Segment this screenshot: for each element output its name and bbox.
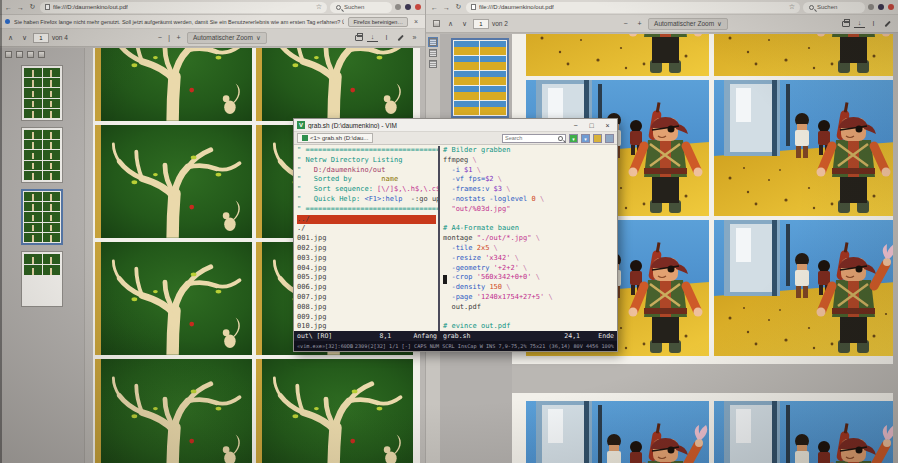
- url-bar[interactable]: file:///D:/daumenkino/out.pdf ☆: [466, 2, 800, 13]
- shield-icon[interactable]: [868, 4, 874, 10]
- shield-icon[interactable]: [395, 4, 401, 10]
- print-icon[interactable]: [840, 18, 851, 29]
- page-up-icon[interactable]: ∧: [445, 18, 456, 29]
- zoom-out-icon[interactable]: −: [620, 18, 631, 29]
- page-thumbnail[interactable]: [21, 127, 63, 183]
- vim-line: 002.jpg: [297, 244, 438, 254]
- page-down-icon[interactable]: ∨: [459, 18, 470, 29]
- vim-line: 003.jpg: [297, 254, 438, 264]
- page-thumbnail[interactable]: [21, 189, 63, 245]
- print-icon[interactable]: [353, 32, 364, 43]
- vim-line: -density 150 \: [443, 283, 617, 293]
- thumb-cell: [480, 56, 506, 70]
- url-bar[interactable]: file:///D:/daumenkino/out.pdf ☆: [40, 2, 327, 13]
- forward-icon[interactable]: →: [442, 4, 451, 11]
- thumbnail-image: [24, 130, 60, 180]
- extension-icon[interactable]: [405, 4, 411, 10]
- vim-line: -frames:v $3 \: [443, 185, 617, 195]
- firefox-cleanup-button[interactable]: Firefox bereinigen…: [348, 17, 408, 27]
- page-thumbnail[interactable]: [21, 251, 63, 307]
- thumbnails-view-icon[interactable]: [429, 38, 437, 46]
- text-tool-icon[interactable]: I: [381, 32, 392, 43]
- conemu-search-input[interactable]: [505, 135, 556, 141]
- vim-editor-area[interactable]: " ======================================…: [294, 146, 617, 331]
- outline-view-icon[interactable]: [16, 51, 23, 58]
- vim-window: V grab.sh (D:\daumenkino) - VIM − □ × <1…: [293, 118, 618, 352]
- thumb-cell: [24, 88, 42, 97]
- page-number-input[interactable]: [473, 19, 489, 29]
- pdf-grid-row: [526, 401, 893, 463]
- tree-illustration: [100, 138, 250, 238]
- reload-icon[interactable]: ↻: [454, 3, 463, 11]
- zoom-in-icon[interactable]: +: [634, 18, 645, 29]
- conemu-search-box[interactable]: [502, 134, 566, 143]
- tab-label: <1> grab.sh (D:\dau...: [310, 135, 368, 141]
- attachments-view-icon[interactable]: [27, 51, 34, 58]
- zoom-in-icon[interactable]: +: [173, 32, 184, 43]
- search-field[interactable]: Suchen: [330, 2, 392, 13]
- text-tool-icon[interactable]: I: [868, 18, 879, 29]
- thumbnails-view-icon[interactable]: [5, 51, 12, 58]
- search-field[interactable]: Suchen: [803, 2, 865, 13]
- attachments-view-icon[interactable]: [429, 60, 437, 68]
- adblock-icon[interactable]: [415, 4, 421, 10]
- zoom-select[interactable]: Automatischer Zoom ∨: [187, 32, 267, 44]
- outline-view-icon[interactable]: [429, 49, 437, 57]
- zoom-out-icon[interactable]: −: [154, 32, 165, 43]
- draw-tool-icon[interactable]: [882, 18, 893, 29]
- maximize-button[interactable]: □: [585, 122, 598, 129]
- chevron-down-icon: ∨: [256, 34, 261, 42]
- tree-illustration: [100, 48, 250, 121]
- thumb-cell: [43, 88, 61, 97]
- back-icon[interactable]: ←: [430, 4, 439, 11]
- vim-line: " Sort sequence: [\/]$,\.h$,\.c$: [297, 185, 438, 195]
- new-console-button[interactable]: ▾: [569, 134, 578, 143]
- download-icon[interactable]: ↓: [854, 20, 865, 28]
- notification-text: Sie haben Firefox lange nicht mehr genut…: [14, 19, 344, 25]
- adblock-icon[interactable]: [888, 4, 894, 10]
- thumb-cell: [24, 192, 42, 201]
- script-pane[interactable]: # Bilder grabbenffmpeg \ -i $1 \ -vf fps…: [440, 146, 617, 331]
- bookmark-star-icon[interactable]: ☆: [789, 3, 795, 11]
- settings-button[interactable]: [605, 134, 614, 143]
- thumb-cell: [480, 41, 506, 55]
- tree-illustration: [100, 255, 250, 355]
- reload-icon[interactable]: ↻: [28, 3, 37, 11]
- vim-line: 005.jpg: [297, 273, 438, 283]
- page-up-icon[interactable]: ∧: [5, 32, 16, 43]
- page-number-input[interactable]: [33, 33, 49, 43]
- vim-line: -page '1240x1754+27+5' \: [443, 293, 617, 303]
- conemu-statusbar: «vim.exe»[32]:60DB 2309(2[32] 1/1 [-] CA…: [294, 341, 617, 351]
- thumb-cell: [480, 101, 506, 115]
- layers-view-icon[interactable]: [38, 51, 45, 58]
- tab-grab-sh[interactable]: <1> grab.sh (D:\dau...: [297, 133, 373, 143]
- page-down-icon[interactable]: ∨: [19, 32, 30, 43]
- forward-icon[interactable]: →: [16, 4, 25, 11]
- sidebar-toggle-icon[interactable]: [431, 18, 442, 29]
- lock-button[interactable]: [593, 134, 602, 143]
- page-thumbnail[interactable]: [21, 65, 63, 121]
- vim-line: -vf fps=$2 \: [443, 175, 617, 185]
- draw-tool-icon[interactable]: [395, 32, 406, 43]
- playmobil-photo: [714, 401, 893, 463]
- netrw-pane[interactable]: " ======================================…: [294, 146, 438, 331]
- download-icon[interactable]: ↓: [367, 34, 378, 42]
- thumb-cell: [454, 101, 480, 115]
- more-tools-icon[interactable]: »: [409, 32, 420, 43]
- thumb-cell: [43, 254, 61, 264]
- vim-titlebar[interactable]: V grab.sh (D:\daumenkino) - VIM − □ ×: [294, 119, 617, 132]
- photo-frame-cell: [526, 401, 709, 463]
- thumb-cell: [43, 68, 61, 77]
- zoom-select[interactable]: Automatischer Zoom ∨: [648, 18, 728, 30]
- back-icon[interactable]: ←: [4, 4, 13, 11]
- page-icon: [471, 4, 476, 10]
- page-thumbnail[interactable]: [451, 38, 509, 118]
- extension-icon[interactable]: [878, 4, 884, 10]
- url-text: file:///D:/daumenkino/out.pdf: [53, 4, 128, 10]
- console-switch-button[interactable]: ▾: [581, 134, 590, 143]
- notification-close-icon[interactable]: ×: [412, 18, 420, 25]
- close-button[interactable]: ×: [601, 122, 614, 129]
- minimize-button[interactable]: −: [569, 122, 582, 129]
- bookmark-star-icon[interactable]: ☆: [316, 3, 322, 11]
- vim-line: # evince out.pdf: [443, 322, 617, 331]
